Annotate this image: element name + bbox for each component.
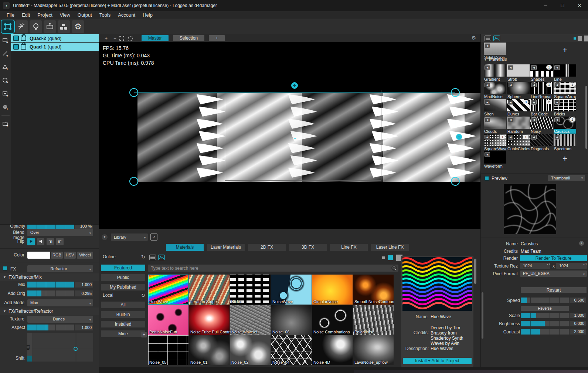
flip-rotate-cw-button[interactable]: F (47, 238, 54, 245)
lib-size-small[interactable] (382, 256, 385, 259)
zoom-out-icon[interactable]: − (111, 36, 119, 41)
material-thumb-shapes[interactable]: ◀1 (530, 64, 553, 77)
library-item-noise-05[interactable]: Noise_05 (148, 335, 188, 365)
library-item-noise-04[interactable]: Noise_04 (271, 335, 312, 365)
add-quad-button[interactable]: + (0, 34, 11, 47)
collapse-arrow-icon[interactable]: ◀ (531, 65, 537, 70)
material-thumb-squarearray[interactable]: ◀1 (554, 82, 576, 94)
collapse-arrow-icon[interactable]: ◀ (485, 117, 490, 122)
thumbnail-view-icon[interactable] (493, 36, 500, 41)
library-selector-dropdown[interactable]: Library (111, 233, 148, 241)
laser-mode-button[interactable] (16, 20, 28, 33)
tab-line-fx[interactable]: Line FX (330, 244, 368, 251)
collapse-arrow-icon[interactable]: ◀ (485, 135, 490, 140)
collapse-arrow-icon[interactable]: ◀ (554, 135, 560, 140)
collapse-arrow-icon[interactable]: ◀ (554, 83, 560, 87)
preview-mode-dropdown[interactable]: Thumbnail (548, 175, 585, 181)
search-input[interactable] (148, 265, 398, 272)
add-folder-button[interactable]: + (0, 117, 11, 131)
tab-3d-fx[interactable]: 3D FX (289, 244, 327, 251)
materials-scrollbar[interactable] (585, 86, 587, 149)
material-thumb-clouds[interactable]: ◀ (484, 117, 506, 129)
library-item-hue-wave[interactable]: Hue Wave (148, 275, 188, 305)
flip-rotate-ccw-button[interactable]: F (56, 238, 64, 245)
collapse-arrow-icon[interactable]: ◀ (508, 65, 513, 70)
popout-icon[interactable]: ⇗ (150, 233, 157, 241)
texture-dropdown[interactable]: Dunes (27, 316, 93, 323)
add-mask-button[interactable]: + (0, 87, 11, 101)
material-thumb-spectrum[interactable]: ◀ (554, 134, 576, 146)
filter-public[interactable]: Public (101, 274, 145, 281)
material-thumb-bricks[interactable]: ◀ (554, 99, 576, 111)
material-thumb-siren[interactable]: ◀ (484, 99, 506, 111)
menu-file[interactable]: File (3, 12, 18, 18)
add-circle-button[interactable]: + (0, 74, 11, 87)
material-thumb-cubiccircles[interactable]: ◀1 (507, 134, 530, 146)
menu-view[interactable]: View (56, 12, 74, 18)
library-item-noise-wavelet[interactable]: Noise Wavelet (230, 305, 271, 335)
library-scrollbar[interactable] (474, 259, 476, 284)
corner-handle-bl[interactable] (129, 177, 138, 186)
rez-height-spinner[interactable]: 1024 (556, 263, 587, 269)
close-button[interactable]: ✕ (571, 0, 588, 11)
collapse-arrow-icon[interactable]: ◀ (485, 43, 490, 48)
library-item-noise-4d[interactable]: Noise 4D (312, 335, 353, 365)
material-thumb-line[interactable]: ◀ (554, 64, 576, 77)
preview-checkbox[interactable] (485, 176, 489, 181)
material-thumb-linerepeat[interactable]: ◀1 (530, 82, 553, 94)
filter-installed[interactable]: Installed (101, 321, 145, 327)
filter-my-published[interactable]: My Published (101, 284, 145, 290)
menu-edit[interactable]: Edit (18, 12, 34, 18)
flip-none-button[interactable]: F (27, 238, 35, 245)
collapse-arrow-icon[interactable]: ◀ (554, 65, 560, 70)
color-wheel-button[interactable]: Wheel (77, 252, 93, 259)
library-item-noise-06[interactable]: Noise_06 (271, 305, 312, 335)
collapse-arrow-icon[interactable]: ◀ (485, 152, 490, 157)
blend-mode-dropdown[interactable]: Over (27, 229, 93, 236)
refresh-icon[interactable]: ↻ (141, 254, 145, 260)
list-view-icon[interactable] (485, 36, 491, 41)
menu-project[interactable]: Project (34, 12, 56, 18)
add-orig-slider[interactable] (27, 290, 74, 296)
panel-scrollbar[interactable] (482, 292, 483, 339)
tab-laser-materials[interactable]: Laser Materials (207, 244, 245, 251)
collapse-arrow-icon[interactable]: ◀ (531, 100, 537, 105)
reverse-button[interactable]: Reverse (521, 306, 569, 311)
tab-laser-line-fx[interactable]: Laser Line FX (371, 244, 409, 251)
collapse-arrow-icon[interactable]: ◀ (554, 100, 560, 105)
material-thumb-noisy[interactable]: ◀ (530, 117, 553, 129)
material-thumb-solid-color[interactable]: ◀ (484, 43, 506, 55)
scale-handle[interactable]: ↕ (456, 134, 462, 140)
maximize-button[interactable]: ☐ (554, 0, 571, 11)
material-thumb-strob[interactable]: ◀ (507, 64, 530, 77)
menu-account[interactable]: Account (114, 12, 139, 18)
library-item-kicks[interactable]: Kicks (230, 275, 271, 305)
light-mode-button[interactable] (30, 20, 42, 33)
canvas-tab-master[interactable]: Master (142, 35, 169, 41)
scale-slider[interactable] (521, 313, 569, 318)
library-collapse-icon[interactable]: ▼ (102, 234, 108, 240)
library-item-circularnoise[interactable]: CircularNoise (312, 275, 353, 305)
visibility-checkbox[interactable] (13, 44, 19, 50)
mix-slider[interactable] (27, 282, 74, 288)
material-thumb-gradient[interactable]: ◀ (484, 64, 506, 77)
shift-handle[interactable] (74, 347, 78, 351)
collapse-arrow-icon[interactable]: ◀ (485, 65, 490, 70)
speed-slider[interactable] (521, 298, 569, 303)
add-mode-dropdown[interactable]: Max (27, 299, 93, 306)
pixel-format-dropdown[interactable]: PF_U8_BGRA (520, 270, 587, 277)
menu-help[interactable]: Help (139, 12, 156, 18)
fx-dropdown[interactable]: Refractor (27, 265, 93, 272)
visibility-checkbox[interactable] (13, 36, 19, 41)
menu-output[interactable]: Output (74, 12, 96, 18)
collapse-arrow-icon[interactable]: ◀ (485, 100, 490, 105)
add-media-button[interactable]: + (554, 43, 576, 57)
lock-icon[interactable] (21, 44, 26, 50)
menu-tools[interactable]: Tools (96, 12, 114, 18)
render-to-texture-button[interactable]: Render To Texture (520, 255, 587, 261)
add-3d-object-button[interactable]: + (0, 101, 11, 114)
fit-view-icon[interactable] (119, 36, 128, 41)
thumb-size-small[interactable] (574, 37, 576, 40)
color-swatch[interactable] (27, 252, 50, 259)
corner-handle-tr[interactable] (451, 88, 460, 97)
